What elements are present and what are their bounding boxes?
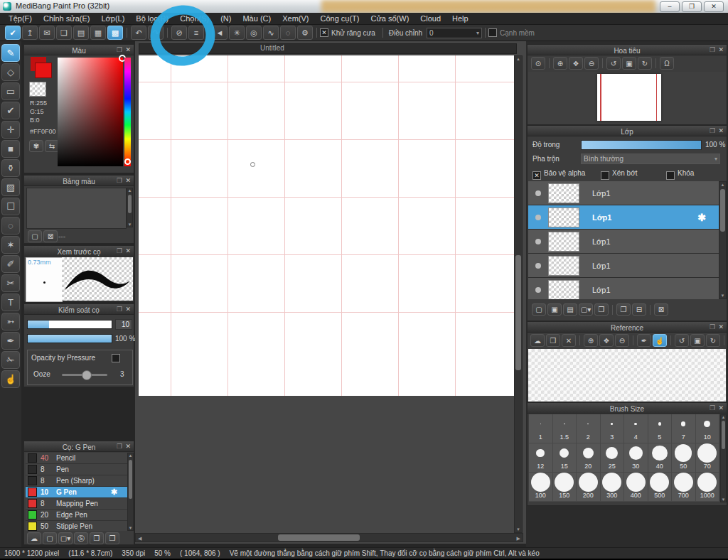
new-item-icon[interactable]: ▢ — [28, 230, 42, 242]
popout-panel-icon[interactable]: ❐ — [710, 403, 715, 413]
brush-size-cell[interactable]: 70 — [696, 443, 720, 473]
cloud-check-icon[interactable]: ✔ — [5, 26, 21, 40]
folder-icon[interactable]: ❒ — [546, 334, 560, 347]
select-icon[interactable]: ☐ — [1, 198, 20, 215]
scrollbar-thumb[interactable] — [129, 460, 132, 499]
snap-settings-icon[interactable]: ⚙ — [297, 26, 313, 40]
brush-size-cell[interactable]: 150 — [553, 473, 577, 502]
canvas-vertical-scrollbar[interactable]: ▲ ▼ — [514, 55, 523, 533]
brush-size-cell[interactable]: 100 — [529, 473, 553, 502]
redo-icon[interactable]: ↷ — [148, 26, 164, 40]
menu-item[interactable]: Chỉnh sửa(E) — [38, 14, 95, 23]
clipping-checkbox[interactable] — [601, 168, 609, 181]
brush-size-cell[interactable]: 50 — [672, 443, 696, 473]
scrollbar-thumb[interactable] — [515, 255, 521, 370]
brush-size-cell[interactable]: 12 — [529, 443, 553, 473]
merge-icon[interactable]: ⊟ — [632, 303, 646, 316]
menu-item[interactable]: Xem(V) — [277, 14, 314, 23]
menu-item[interactable]: Chọn(S) — [174, 14, 215, 23]
layer-visible-icon[interactable] — [535, 263, 541, 269]
brush-size-cell[interactable]: 10 — [696, 414, 720, 443]
brush-size-cell[interactable]: 300 — [601, 473, 625, 502]
menu-item[interactable]: Help — [446, 14, 474, 23]
rotate-ccw-icon[interactable]: ↺ — [606, 57, 621, 70]
ooze-slider-knob[interactable] — [82, 370, 92, 380]
brush-size-cell[interactable]: 400 — [624, 473, 648, 502]
zoom-out-icon[interactable]: ⊖ — [584, 57, 599, 70]
soft-edge-checkbox[interactable] — [488, 28, 497, 37]
menu-item[interactable]: Lớp(L) — [95, 14, 130, 23]
lock-icon[interactable]: Ω — [660, 57, 674, 70]
drawing-canvas[interactable] — [139, 55, 514, 396]
navigator-preview-area[interactable] — [528, 72, 726, 124]
palette-swatch-area[interactable] — [26, 188, 127, 229]
ellipse-snap-icon[interactable]: ◌ — [280, 26, 296, 40]
operate-icon[interactable]: ➳ — [1, 313, 20, 330]
scrollbar-thumb[interactable] — [722, 421, 725, 449]
close-panel-icon[interactable]: ✕ — [125, 441, 131, 451]
new-item-icon[interactable]: ▢ — [43, 532, 57, 544]
add-menu-icon[interactable]: ▢▾ — [58, 532, 73, 544]
picker-icon[interactable]: ✒ — [637, 334, 651, 347]
brush-row[interactable]: 8Mapping Pen — [26, 498, 127, 510]
brush-row[interactable]: 10G Pen✱ — [26, 487, 127, 498]
brush-size-cell[interactable]: 40 — [648, 443, 673, 473]
close-panel-icon[interactable]: ✕ — [125, 304, 131, 314]
brush-size-cell[interactable]: 1000 — [696, 473, 720, 502]
magic-wand-icon[interactable]: ✶ — [1, 236, 20, 254]
select-eraser-icon[interactable]: ✂ — [1, 274, 20, 292]
brush-row[interactable]: 40Pencil — [26, 453, 127, 464]
menu-item[interactable]: Công cụ(T) — [314, 14, 365, 23]
folder-icon[interactable]: ❒ — [90, 532, 104, 544]
layer-row[interactable]: Lớp1 — [528, 278, 719, 299]
rotate-reset-icon[interactable]: ▣ — [690, 334, 705, 347]
script-icon[interactable]: Ⓢ — [74, 532, 88, 544]
close-panel-icon[interactable]: ✕ — [718, 45, 724, 55]
folder-icon[interactable]: ❒ — [594, 303, 609, 316]
hue-marker[interactable] — [124, 158, 131, 165]
bucket-icon[interactable]: ⚱ — [1, 159, 20, 177]
menu-item[interactable]: Cửa sổ(W) — [365, 14, 415, 23]
cloud-icon[interactable]: ☁ — [27, 532, 41, 544]
popout-panel-icon[interactable]: ❐ — [117, 441, 122, 451]
transparent-color-swatch[interactable] — [29, 82, 46, 97]
div-icon[interactable]: ✁ — [1, 351, 20, 369]
scroll-up-icon[interactable]: ▲ — [127, 188, 132, 193]
brush-size-cell[interactable]: 1 — [529, 414, 553, 443]
brush-list-scrollbar[interactable]: ▲ ▼ — [127, 453, 134, 531]
close-panel-icon[interactable]: ✕ — [125, 246, 131, 256]
chat-icon[interactable]: ❏ — [56, 26, 72, 40]
gear-icon[interactable]: ✱ — [697, 212, 706, 223]
rotate-ccw-icon[interactable]: ↺ — [675, 334, 689, 347]
close-panel-icon[interactable]: ✕ — [718, 126, 724, 136]
gradient-icon[interactable]: ▨ — [1, 178, 20, 196]
scroll-down-icon[interactable]: ▼ — [515, 527, 522, 532]
brush-size-cell[interactable]: 4 — [624, 414, 648, 443]
undo-icon[interactable]: ↶ — [131, 26, 146, 40]
brush-size-cell[interactable]: 5 — [648, 414, 673, 443]
close-panel-icon[interactable]: ✕ — [125, 176, 131, 185]
menu-item[interactable]: Bộ lọc(R) — [130, 14, 174, 23]
scroll-up-icon[interactable]: ▲ — [719, 183, 726, 187]
alpha-protect-checkbox[interactable]: ✕ — [532, 168, 541, 181]
scrollbar-thumb[interactable] — [720, 189, 725, 232]
canvas-tab[interactable]: Untitled — [260, 44, 284, 53]
brush-icon[interactable]: ✎ — [1, 44, 20, 62]
brush-size-cell[interactable]: 30 — [624, 443, 648, 473]
fill-icon[interactable]: ■ — [1, 140, 20, 158]
lock-checkbox[interactable] — [666, 168, 675, 181]
popout-panel-icon[interactable]: ❐ — [710, 45, 715, 55]
cloud-icon[interactable]: ☁ — [530, 334, 545, 347]
brush-size-cell[interactable]: 25 — [601, 443, 625, 473]
brush-size-cell[interactable]: 3 — [601, 414, 625, 443]
scroll-down-icon[interactable]: ▼ — [719, 294, 726, 298]
rotate-cw-icon[interactable]: ↻ — [638, 57, 652, 70]
zoom-actual-icon[interactable]: ⊙ — [531, 57, 545, 70]
trash-icon[interactable]: ⊠ — [654, 303, 668, 316]
no-snap-icon[interactable]: ⊘ — [171, 26, 187, 40]
polyline-icon[interactable]: ✔ — [1, 102, 20, 119]
brush-size-cell[interactable]: 200 — [577, 473, 601, 502]
layer-row[interactable]: Lớp1 — [528, 254, 719, 278]
layer-visible-icon[interactable] — [535, 190, 541, 196]
navigator-thumbnail[interactable] — [597, 74, 661, 121]
